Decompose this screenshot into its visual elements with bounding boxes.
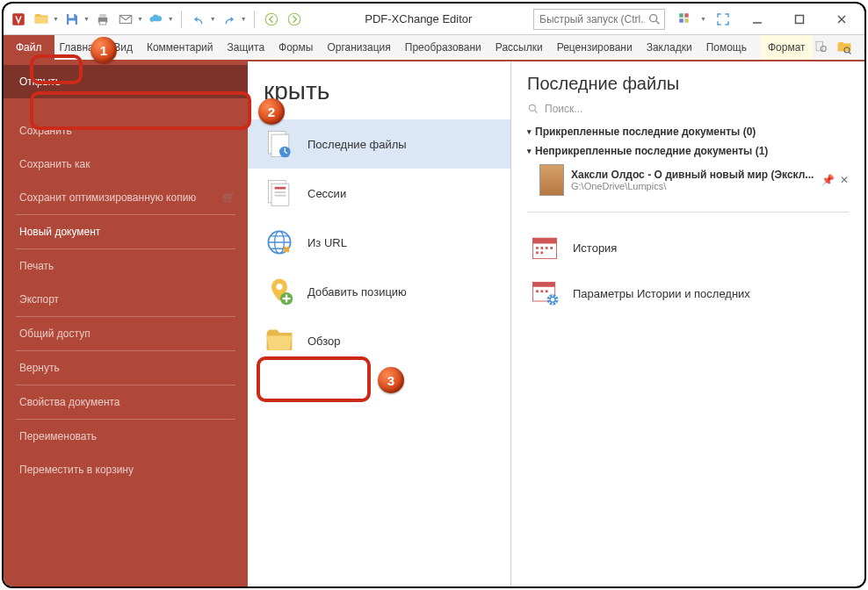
svg-rect-33 <box>536 247 539 249</box>
svg-rect-34 <box>541 247 544 249</box>
open-recent[interactable]: Последние файлы <box>248 119 510 169</box>
menu-saveas[interactable]: Сохранить как <box>4 148 248 181</box>
svg-rect-1 <box>69 14 74 18</box>
app-title: PDF-XChange Editor <box>307 12 530 25</box>
group-pinned[interactable]: ▾Прикрепленные последние документы (0) <box>527 122 849 141</box>
open-addplace[interactable]: Добавить позицию <box>248 267 510 316</box>
file-thumb-icon <box>539 164 564 196</box>
cloud-icon[interactable] <box>147 10 166 29</box>
params-label: Параметры Истории и последних <box>573 287 750 300</box>
open-title: крыть <box>248 70 510 119</box>
ui-options-icon[interactable] <box>676 10 695 29</box>
svg-rect-41 <box>536 290 539 292</box>
tab-view[interactable]: Вид <box>106 35 140 60</box>
tab-format[interactable]: Формат <box>761 35 813 60</box>
tab-comment[interactable]: Комментарий <box>140 35 221 60</box>
open-browse[interactable]: Обзор <box>248 316 510 365</box>
svg-rect-23 <box>275 187 286 190</box>
collapse-ribbon-icon[interactable]: ∧ <box>858 39 866 56</box>
cart-icon: 🛒 <box>222 191 235 204</box>
nav-back-icon[interactable] <box>262 10 281 29</box>
nav-forward-icon[interactable] <box>285 10 304 29</box>
tab-help[interactable]: Помощь <box>699 35 754 60</box>
svg-rect-25 <box>275 195 286 197</box>
tab-review[interactable]: Рецензировани <box>550 35 640 60</box>
print-icon[interactable] <box>93 10 112 29</box>
titlebar: ▼ ▼ ▼ ▼ ▼ ▼ PDF-XChange Editor ▼ <box>4 4 864 35</box>
quick-search[interactable] <box>533 9 665 30</box>
mail-icon[interactable] <box>116 10 135 29</box>
menu-saveopt-label: Сохранит оптимизированную копию <box>19 191 196 204</box>
svg-rect-14 <box>796 15 804 23</box>
tab-share[interactable]: Рассылки <box>488 35 550 60</box>
svg-point-30 <box>529 104 535 111</box>
tab-protect[interactable]: Защита <box>221 35 272 60</box>
menu-export[interactable]: Экспорт <box>4 283 248 316</box>
svg-point-7 <box>265 13 278 25</box>
menu-rename[interactable]: Переименовать <box>4 420 248 453</box>
minimize-button[interactable] <box>740 7 775 32</box>
remove-icon[interactable]: ✕ <box>840 174 849 186</box>
maximize-button[interactable] <box>782 7 817 32</box>
close-button[interactable] <box>824 7 859 32</box>
svg-point-45 <box>551 298 555 302</box>
svg-point-8 <box>288 13 300 25</box>
file-path: G:\OneDrive\Lumpics\ <box>571 181 814 191</box>
svg-rect-4 <box>99 14 106 18</box>
tab-organize[interactable]: Организация <box>320 35 397 60</box>
svg-rect-38 <box>541 252 544 255</box>
menu-docprops[interactable]: Свойства документа <box>4 385 248 419</box>
menu-open[interactable]: Открыть <box>4 65 248 98</box>
recent-title: Последние файлы <box>527 74 849 94</box>
menu-print[interactable]: Печать <box>4 249 248 283</box>
ribbon-tabs: Файл Главная Вид Комментарий Защита Форм… <box>4 35 864 61</box>
menu-revert[interactable]: Вернуть <box>4 351 248 385</box>
open-url-label: Из URL <box>307 236 347 249</box>
menu-saveopt[interactable]: Сохранит оптимизированную копию🛒 <box>4 181 248 214</box>
undo-icon[interactable] <box>189 10 208 29</box>
recent-panel: Последние файлы Поиск... ▾Прикрепленные … <box>511 61 864 586</box>
menu-trash[interactable]: Переместить в корзину <box>4 453 248 486</box>
open-sessions[interactable]: Сессии <box>248 169 510 218</box>
svg-rect-32 <box>533 238 557 243</box>
tab-bookmarks[interactable]: Закладки <box>640 35 699 60</box>
open-panel: крыть Последние файлы Сессии Из URL Доба… <box>248 61 511 586</box>
open-browse-label: Обзор <box>307 335 341 348</box>
file-title: Хаксли Олдос - О дивный новый мир (Экскл… <box>571 169 814 181</box>
svg-rect-24 <box>275 191 286 193</box>
recent-search-placeholder: Поиск... <box>545 103 582 115</box>
svg-rect-13 <box>684 18 689 23</box>
search-folder-icon[interactable] <box>835 39 853 56</box>
tab-form[interactable]: Формы <box>271 35 320 60</box>
fullscreen-icon[interactable] <box>713 10 733 29</box>
menu-share[interactable]: Общий доступ <box>4 317 248 350</box>
open-recent-label: Последние файлы <box>307 138 407 151</box>
group-unpinned[interactable]: ▾Неприкрепленные последние документы (1) <box>527 141 849 161</box>
menu-newdoc[interactable]: Новый документ <box>4 215 248 248</box>
tab-convert[interactable]: Преобразовани <box>398 35 488 60</box>
svg-rect-37 <box>536 252 539 255</box>
collapse-icon: ▾ <box>527 147 532 155</box>
svg-rect-10 <box>679 13 684 18</box>
recent-file-item[interactable]: Хаксли Олдос - О дивный новый мир (Экскл… <box>527 161 849 205</box>
history-row[interactable]: История <box>527 225 849 270</box>
save-icon[interactable] <box>62 10 82 29</box>
svg-point-9 <box>650 14 657 21</box>
recent-search[interactable]: Поиск... <box>527 103 849 115</box>
search-icon <box>527 103 539 115</box>
params-row[interactable]: Параметры Истории и последних <box>527 270 849 316</box>
file-menu: Открыть Сохранить Сохранить как Сохранит… <box>4 61 248 586</box>
open-folder-icon[interactable] <box>32 10 51 29</box>
open-url[interactable]: Из URL <box>248 218 510 267</box>
find-icon[interactable] <box>813 39 830 56</box>
open-sessions-label: Сессии <box>307 187 346 200</box>
menu-save[interactable]: Сохранить <box>4 114 248 148</box>
calendar-gear-icon <box>527 277 562 309</box>
search-icon <box>647 12 662 26</box>
redo-icon[interactable] <box>220 10 239 29</box>
tab-file[interactable]: Файл <box>4 35 54 60</box>
app-logo-icon <box>9 10 28 29</box>
svg-rect-5 <box>99 21 106 25</box>
pin-icon[interactable]: 📌 <box>821 174 835 186</box>
quick-search-input[interactable] <box>533 9 665 30</box>
